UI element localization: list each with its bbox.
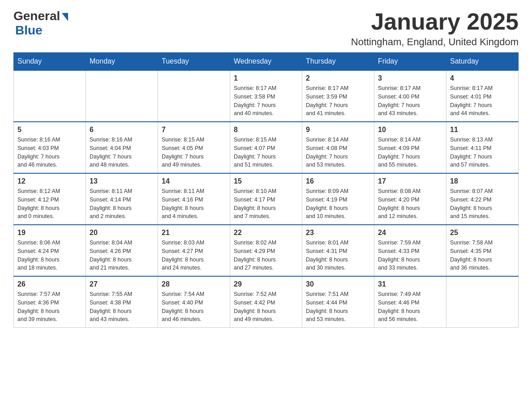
logo-blue-text: Blue — [15, 23, 43, 38]
day-number: 11 — [450, 126, 515, 134]
day-number: 28 — [162, 280, 226, 288]
day-info: Sunrise: 8:14 AM Sunset: 4:08 PM Dayligh… — [306, 136, 370, 169]
day-info: Sunrise: 7:49 AM Sunset: 4:46 PM Dayligh… — [378, 290, 442, 324]
header-thursday: Thursday — [302, 53, 374, 71]
day-cell: 18Sunrise: 8:07 AM Sunset: 4:22 PM Dayli… — [446, 173, 519, 225]
day-number: 21 — [162, 229, 226, 237]
day-info: Sunrise: 8:17 AM Sunset: 3:58 PM Dayligh… — [234, 84, 298, 118]
header-saturday: Saturday — [446, 53, 519, 71]
day-cell — [158, 70, 230, 122]
day-number: 3 — [378, 74, 442, 82]
calendar-header-row: SundayMondayTuesdayWednesdayThursdayFrid… — [14, 53, 519, 71]
day-info: Sunrise: 8:13 AM Sunset: 4:11 PM Dayligh… — [450, 136, 515, 169]
day-cell: 26Sunrise: 7:57 AM Sunset: 4:36 PM Dayli… — [14, 276, 86, 328]
day-info: Sunrise: 8:08 AM Sunset: 4:20 PM Dayligh… — [378, 187, 442, 221]
day-info: Sunrise: 7:58 AM Sunset: 4:35 PM Dayligh… — [450, 239, 515, 272]
day-cell: 7Sunrise: 8:15 AM Sunset: 4:05 PM Daylig… — [158, 122, 230, 173]
day-info: Sunrise: 7:52 AM Sunset: 4:42 PM Dayligh… — [234, 290, 298, 324]
day-number: 12 — [17, 177, 82, 185]
day-cell: 24Sunrise: 7:59 AM Sunset: 4:33 PM Dayli… — [374, 225, 446, 276]
day-number: 26 — [17, 280, 82, 288]
day-number: 22 — [234, 229, 298, 237]
day-info: Sunrise: 8:09 AM Sunset: 4:19 PM Dayligh… — [306, 187, 370, 221]
day-number: 27 — [90, 280, 154, 288]
day-cell: 15Sunrise: 8:10 AM Sunset: 4:17 PM Dayli… — [230, 173, 302, 225]
day-cell — [446, 276, 519, 328]
day-info: Sunrise: 8:02 AM Sunset: 4:29 PM Dayligh… — [234, 239, 298, 272]
day-info: Sunrise: 7:57 AM Sunset: 4:36 PM Dayligh… — [17, 290, 82, 324]
week-row-3: 12Sunrise: 8:12 AM Sunset: 4:12 PM Dayli… — [14, 173, 519, 225]
day-info: Sunrise: 8:17 AM Sunset: 4:00 PM Dayligh… — [378, 84, 442, 118]
day-cell: 16Sunrise: 8:09 AM Sunset: 4:19 PM Dayli… — [302, 173, 374, 225]
day-cell: 1Sunrise: 8:17 AM Sunset: 3:58 PM Daylig… — [230, 70, 302, 122]
day-number: 23 — [306, 229, 370, 237]
day-number: 16 — [306, 177, 370, 185]
day-info: Sunrise: 8:12 AM Sunset: 4:12 PM Dayligh… — [17, 187, 82, 221]
day-info: Sunrise: 8:15 AM Sunset: 4:07 PM Dayligh… — [234, 136, 298, 169]
day-cell: 20Sunrise: 8:04 AM Sunset: 4:26 PM Dayli… — [86, 225, 158, 276]
day-cell: 14Sunrise: 8:11 AM Sunset: 4:16 PM Dayli… — [158, 173, 230, 225]
logo-general-text: General — [13, 9, 60, 23]
day-info: Sunrise: 8:01 AM Sunset: 4:31 PM Dayligh… — [306, 239, 370, 272]
header-friday: Friday — [374, 53, 446, 71]
day-number: 5 — [17, 126, 82, 134]
day-number: 30 — [306, 280, 370, 288]
day-info: Sunrise: 7:55 AM Sunset: 4:38 PM Dayligh… — [90, 290, 154, 324]
day-cell: 21Sunrise: 8:03 AM Sunset: 4:27 PM Dayli… — [158, 225, 230, 276]
day-number: 4 — [450, 74, 515, 82]
day-number: 1 — [234, 74, 298, 82]
week-row-2: 5Sunrise: 8:16 AM Sunset: 4:03 PM Daylig… — [14, 122, 519, 173]
day-info: Sunrise: 8:14 AM Sunset: 4:09 PM Dayligh… — [378, 136, 442, 169]
day-info: Sunrise: 8:11 AM Sunset: 4:14 PM Dayligh… — [90, 187, 154, 221]
title-block: January 2025 Nottingham, England, United… — [351, 9, 519, 48]
location-text: Nottingham, England, United Kingdom — [351, 36, 519, 48]
day-cell — [86, 70, 158, 122]
day-info: Sunrise: 8:04 AM Sunset: 4:26 PM Dayligh… — [90, 239, 154, 272]
header-tuesday: Tuesday — [158, 53, 230, 71]
day-cell — [14, 70, 86, 122]
day-number: 15 — [234, 177, 298, 185]
logo: General Blue — [13, 9, 68, 38]
day-cell: 25Sunrise: 7:58 AM Sunset: 4:35 PM Dayli… — [446, 225, 519, 276]
day-cell: 11Sunrise: 8:13 AM Sunset: 4:11 PM Dayli… — [446, 122, 519, 173]
day-info: Sunrise: 8:06 AM Sunset: 4:24 PM Dayligh… — [17, 239, 82, 272]
day-number: 29 — [234, 280, 298, 288]
day-cell: 10Sunrise: 8:14 AM Sunset: 4:09 PM Dayli… — [374, 122, 446, 173]
calendar-table: SundayMondayTuesdayWednesdayThursdayFrid… — [13, 52, 519, 328]
day-info: Sunrise: 8:17 AM Sunset: 4:01 PM Dayligh… — [450, 84, 515, 118]
day-cell: 29Sunrise: 7:52 AM Sunset: 4:42 PM Dayli… — [230, 276, 302, 328]
day-number: 9 — [306, 126, 370, 134]
day-cell: 27Sunrise: 7:55 AM Sunset: 4:38 PM Dayli… — [86, 276, 158, 328]
day-cell: 22Sunrise: 8:02 AM Sunset: 4:29 PM Dayli… — [230, 225, 302, 276]
day-number: 17 — [378, 177, 442, 185]
day-number: 18 — [450, 177, 515, 185]
day-info: Sunrise: 8:10 AM Sunset: 4:17 PM Dayligh… — [234, 187, 298, 221]
week-row-1: 1Sunrise: 8:17 AM Sunset: 3:58 PM Daylig… — [14, 70, 519, 122]
day-cell: 4Sunrise: 8:17 AM Sunset: 4:01 PM Daylig… — [446, 70, 519, 122]
day-number: 20 — [90, 229, 154, 237]
day-cell: 17Sunrise: 8:08 AM Sunset: 4:20 PM Dayli… — [374, 173, 446, 225]
day-number: 14 — [162, 177, 226, 185]
day-cell: 28Sunrise: 7:54 AM Sunset: 4:40 PM Dayli… — [158, 276, 230, 328]
day-number: 6 — [90, 126, 154, 134]
day-cell: 2Sunrise: 8:17 AM Sunset: 3:59 PM Daylig… — [302, 70, 374, 122]
day-info: Sunrise: 8:15 AM Sunset: 4:05 PM Dayligh… — [162, 136, 226, 169]
page-header: General Blue January 2025 Nottingham, En… — [13, 9, 519, 48]
day-cell: 23Sunrise: 8:01 AM Sunset: 4:31 PM Dayli… — [302, 225, 374, 276]
day-cell: 3Sunrise: 8:17 AM Sunset: 4:00 PM Daylig… — [374, 70, 446, 122]
header-wednesday: Wednesday — [230, 53, 302, 71]
day-number: 13 — [90, 177, 154, 185]
day-number: 2 — [306, 74, 370, 82]
day-info: Sunrise: 8:03 AM Sunset: 4:27 PM Dayligh… — [162, 239, 226, 272]
day-info: Sunrise: 8:17 AM Sunset: 3:59 PM Dayligh… — [306, 84, 370, 118]
day-cell: 19Sunrise: 8:06 AM Sunset: 4:24 PM Dayli… — [14, 225, 86, 276]
day-info: Sunrise: 8:11 AM Sunset: 4:16 PM Dayligh… — [162, 187, 226, 221]
day-cell: 13Sunrise: 8:11 AM Sunset: 4:14 PM Dayli… — [86, 173, 158, 225]
day-cell: 31Sunrise: 7:49 AM Sunset: 4:46 PM Dayli… — [374, 276, 446, 328]
day-number: 7 — [162, 126, 226, 134]
header-sunday: Sunday — [14, 53, 86, 71]
day-info: Sunrise: 8:16 AM Sunset: 4:04 PM Dayligh… — [90, 136, 154, 169]
day-cell: 6Sunrise: 8:16 AM Sunset: 4:04 PM Daylig… — [86, 122, 158, 173]
month-title: January 2025 — [351, 9, 519, 34]
logo-arrow-icon — [62, 13, 68, 21]
